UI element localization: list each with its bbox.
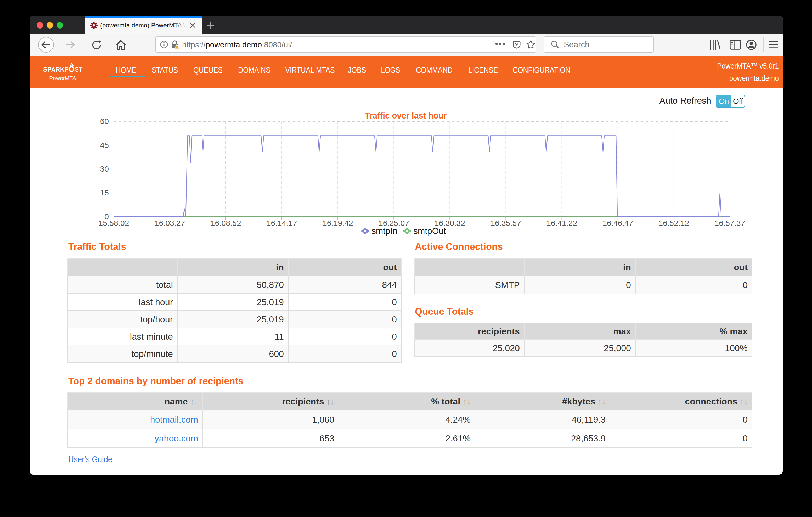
svg-text:60: 60 — [100, 117, 109, 125]
svg-text:16:08:52: 16:08:52 — [210, 219, 241, 227]
svg-text:15:58:02: 15:58:02 — [98, 219, 129, 227]
svg-text:45: 45 — [100, 141, 109, 149]
svg-text:16:57:37: 16:57:37 — [715, 219, 745, 227]
svg-text:15: 15 — [100, 189, 109, 197]
svg-text:16:35:57: 16:35:57 — [491, 219, 521, 227]
svg-text:16:19:42: 16:19:42 — [323, 219, 353, 227]
svg-text:30: 30 — [100, 165, 109, 173]
svg-text:16:14:17: 16:14:17 — [267, 219, 297, 227]
svg-text:16:03:27: 16:03:27 — [154, 219, 185, 227]
svg-text:16:46:47: 16:46:47 — [603, 219, 633, 227]
svg-text:16:41:22: 16:41:22 — [547, 219, 577, 227]
svg-text:16:52:12: 16:52:12 — [659, 219, 689, 227]
